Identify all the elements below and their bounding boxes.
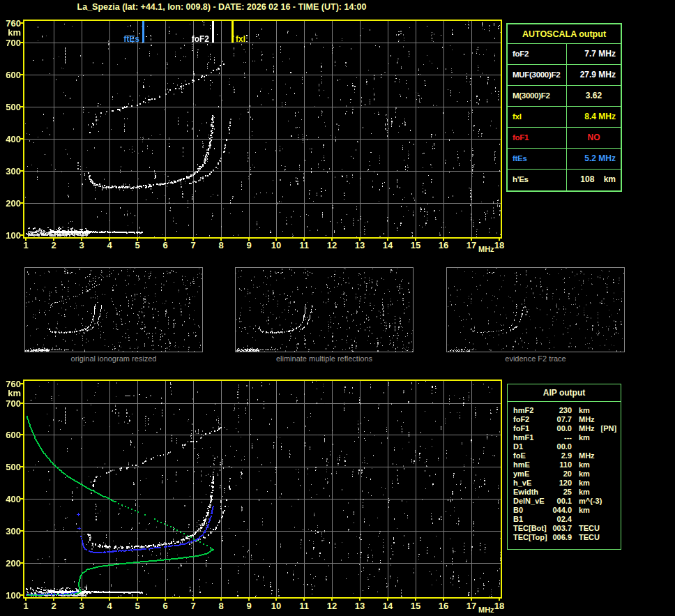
aip-row-hmf1: hmF1---km (508, 433, 621, 442)
aip-row-hme: hmE110km (508, 460, 621, 469)
x-axis-tick (499, 598, 500, 601)
x-axis-tick (109, 598, 110, 601)
aip-table-rows: hmF2230kmfoF207.7MHzfoF100.0MHz[PN]hmF1-… (508, 402, 621, 549)
x-axis-tick (387, 238, 388, 241)
x-tick-label: 11 (296, 240, 312, 250)
aip-label: B0 (508, 506, 547, 515)
station-title: La_Spezia (lat: +44.1, lon: 009.8) - DAT… (23, 2, 420, 12)
x-axis-tick (81, 598, 82, 601)
parameter-label: M(3000)F2 (508, 86, 567, 106)
x-axis-tick (165, 598, 166, 601)
x-tick-label: 10 (268, 601, 285, 611)
parameter-value: 108 km (567, 170, 621, 190)
aip-label: foE (508, 451, 547, 460)
aip-unit: MHz (572, 451, 595, 460)
aip-table-header: AIP output (508, 384, 621, 402)
x-tick-label: 5 (129, 601, 146, 611)
aip-label: D1 (508, 442, 547, 451)
aip-extra: [PN] (595, 424, 617, 433)
thumbnail-evidence-canvas (447, 268, 624, 352)
aip-value: 120 (547, 479, 572, 488)
x-axis-tick (220, 238, 222, 241)
parameter-label: foF2 (508, 44, 567, 64)
autoscala-app-window: { "title": "La_Spezia (lat: +44.1, lon: … (0, 0, 675, 616)
y-axis-tick (20, 22, 23, 24)
aip-extra (590, 469, 596, 479)
aip-extra (590, 479, 596, 488)
aip-extra (579, 515, 585, 524)
autoscala-row-fof1: foF1NO (508, 128, 621, 149)
aip-extra (590, 433, 596, 442)
x-axis-tick (471, 598, 472, 601)
profile-ionogram-canvas (24, 381, 501, 597)
aip-value: 006.9 (547, 533, 572, 542)
x-tick-label: 12 (324, 240, 340, 250)
aip-value: 2.9 (547, 451, 572, 460)
aip-row-hmf2: hmF2230km (508, 406, 621, 415)
y-tick-label: 500 (0, 102, 21, 112)
x-tick-label: 6 (157, 601, 174, 611)
y-tick-label: 500 (0, 462, 21, 472)
aip-row-b0: B0044.0km (508, 506, 621, 515)
aip-extra (590, 406, 596, 415)
aip-unit: km (572, 406, 590, 415)
parameter-label: h'Es (508, 170, 567, 190)
y-tick-label: 200 (0, 558, 21, 569)
aip-row-tecbot: TEC[Bot]003.7TECU (508, 524, 621, 533)
aip-unit: km (572, 488, 590, 497)
y-axis-tick (20, 466, 23, 467)
x-axis-tick (192, 238, 194, 241)
y-axis-tick (20, 498, 23, 499)
parameter-value: 5.2 MHz (567, 149, 621, 169)
parameter-label: MUF(3000)F2 (508, 65, 567, 85)
aip-row-hve: h_vE120km (508, 479, 621, 488)
y-tick-label: 100 (0, 230, 21, 241)
parameter-label: ftEs (508, 149, 567, 169)
aip-unit: km (572, 479, 590, 488)
x-tick-label: 7 (185, 240, 202, 250)
aip-value: 00.0 (547, 424, 572, 433)
marker-label-fxi: fxI (236, 34, 265, 44)
aip-label: Ewidth (508, 488, 547, 497)
parameter-label: foF1 (508, 128, 567, 148)
y-tick-label: 700 (0, 38, 21, 48)
aip-extra (595, 451, 601, 460)
aip-output-table: AIP output hmF2230kmfoF207.7MHzfoF100.0M… (507, 384, 621, 550)
x-axis-tick (109, 238, 110, 241)
y-axis-tick (20, 42, 23, 43)
x-tick-label: 6 (157, 240, 174, 250)
autoscala-row-fxi: fxI8.4 MHz (508, 107, 621, 128)
x-axis-tick (25, 598, 26, 601)
y-tick-label: 400 (0, 134, 21, 144)
aip-unit: km (572, 460, 590, 469)
aip-label: foF2 (508, 415, 547, 424)
y-axis-tick (20, 170, 23, 172)
x-tick-label: 8 (213, 240, 229, 250)
x-axis-tick (415, 598, 416, 601)
autoscala-row-ftes: ftEs5.2 MHz (508, 149, 621, 170)
thumbnail-evidence-f2 (446, 267, 625, 352)
aip-unit (572, 442, 579, 451)
aip-value: --- (547, 433, 572, 442)
aip-value: 044.0 (547, 506, 572, 515)
aip-extra (590, 506, 596, 515)
x-axis-tick (248, 598, 250, 601)
parameter-value: 27.9 MHz (567, 65, 621, 85)
x-tick-label: 12 (324, 601, 340, 611)
aip-value: 00.0 (547, 442, 572, 451)
aip-label: TEC[Top] (508, 533, 547, 542)
x-tick-label: 4 (101, 240, 118, 250)
aip-extra (579, 442, 585, 451)
aip-value: 07.7 (547, 415, 572, 424)
aip-extra (600, 524, 606, 533)
aip-row-foe: foE2.9MHz (508, 451, 621, 460)
x-axis-tick (443, 598, 444, 601)
x-axis-tick (192, 598, 194, 601)
x-tick-label: 3 (73, 240, 90, 250)
y-axis-tick (20, 530, 23, 532)
x-tick-label: 17 (463, 601, 480, 611)
aip-extra (600, 533, 606, 542)
main-ionogram-canvas (24, 21, 501, 237)
x-axis-tick (53, 238, 54, 241)
x-axis-unit: MHz (478, 245, 494, 253)
